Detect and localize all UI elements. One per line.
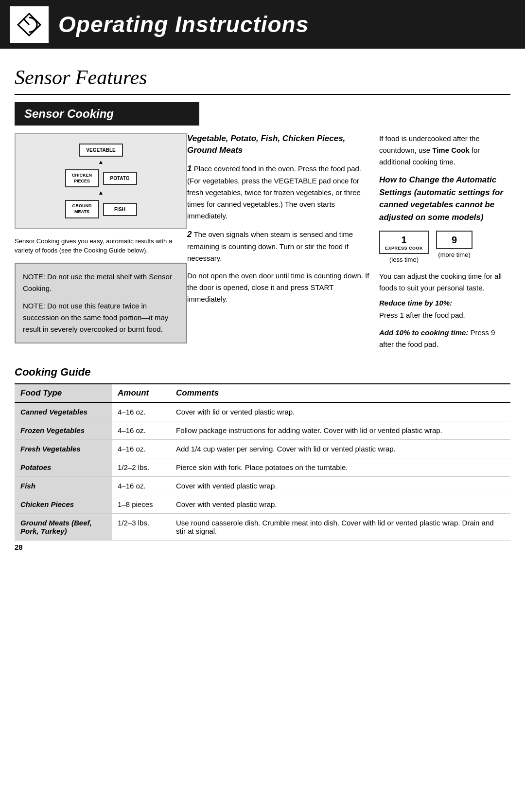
table-header-row: Food Type Amount Comments xyxy=(15,384,510,402)
col-header-comments: Comments xyxy=(170,384,510,402)
section-title: Sensor Features xyxy=(15,66,510,89)
three-column-layout: VEGETABLE ▲ CHICKENPIECES POTATO ▲ GROUN… xyxy=(15,133,510,356)
col-header-amount: Amount xyxy=(112,384,170,402)
btn1-caption: (less time) xyxy=(379,256,429,263)
btn2: 9 xyxy=(436,231,472,249)
table-row: Frozen Vegetables 4–16 oz. Follow packag… xyxy=(15,421,510,440)
btn2-num: 9 xyxy=(452,234,457,246)
food-table: Food Type Amount Comments Canned Vegetab… xyxy=(15,383,510,541)
comments-cell: Cover with vented plastic wrap. xyxy=(170,495,510,514)
add-text: Add 10% to cooking time: Press 9 after t… xyxy=(379,327,510,350)
change-heading: How to Change the Automatic Settings (au… xyxy=(379,174,510,223)
step1: 1 Place covered food in the oven. Press … xyxy=(187,162,369,222)
food-cell: Fish xyxy=(15,477,112,495)
table-row: Ground Meats (Beef, Pork, Turkey) 1/2–3 … xyxy=(15,514,510,541)
potato-key: POTATO xyxy=(103,172,137,185)
btn2-caption: (more time) xyxy=(436,251,472,258)
keypad-diagram: VEGETABLE ▲ CHICKENPIECES POTATO ▲ GROUN… xyxy=(15,133,187,229)
food-cell: Fresh Vegetables xyxy=(15,440,112,458)
header-title: Operating Instructions xyxy=(58,11,309,37)
keypad-row-1: VEGETABLE xyxy=(79,144,123,157)
table-row: Fish 4–16 oz. Cover with vented plastic … xyxy=(15,477,510,495)
btn1-wrap: 1 EXPRESS COOK (less time) xyxy=(379,231,429,263)
ground-key: GROUNDMEATS xyxy=(65,200,99,218)
keypad-row-3: GROUNDMEATS FISH xyxy=(65,200,137,218)
comments-cell: Add 1/4 cup water per serving. Cover wit… xyxy=(170,440,510,458)
btn2-wrap: 9 (more time) xyxy=(436,231,472,258)
comments-cell: Pierce skin with fork. Place potatoes on… xyxy=(170,458,510,477)
amount-cell: 4–16 oz. xyxy=(112,421,170,440)
btn1-label: EXPRESS COOK xyxy=(385,246,423,251)
amount-cell: 1/2–3 lbs. xyxy=(112,514,170,541)
table-row: Chicken Pieces 1–8 pieces Cover with ven… xyxy=(15,495,510,514)
amount-cell: 4–16 oz. xyxy=(112,402,170,421)
step2-text: The oven signals when steam is sensed an… xyxy=(187,230,353,262)
para1: Do not open the oven door until time is … xyxy=(187,270,369,305)
btn1: 1 EXPRESS COOK xyxy=(379,231,429,254)
btn1-num: 1 xyxy=(401,234,406,246)
step1-text: Place covered food in the oven. Press th… xyxy=(187,164,361,220)
reduce-text: Press 1 after the food pad. xyxy=(379,309,510,321)
arrow-1: ▲ xyxy=(98,159,104,165)
table-row: Potatoes 1/2–2 lbs. Pierce skin with for… xyxy=(15,458,510,477)
amount-cell: 4–16 oz. xyxy=(112,477,170,495)
comments-cell: Cover with lid or vented plastic wrap. xyxy=(170,402,510,421)
logo-icon xyxy=(14,9,45,40)
step2: 2 The oven signals when steam is sensed … xyxy=(187,228,369,264)
keypad-row-2: CHICKENPIECES POTATO xyxy=(65,169,137,187)
table-row: Fresh Vegetables 4–16 oz. Add 1/4 cup wa… xyxy=(15,440,510,458)
right-column: If food is undercooked after the countdo… xyxy=(379,133,510,356)
chicken-key: CHICKENPIECES xyxy=(65,169,99,187)
comments-cell: Cover with vented plastic wrap. xyxy=(170,477,510,495)
section-divider xyxy=(15,94,510,95)
fish-key: FISH xyxy=(103,203,137,216)
page-number: 28 xyxy=(15,543,510,551)
arrow-2: ▲ xyxy=(98,189,104,196)
sensor-cooking-bar: Sensor Cooking xyxy=(15,102,199,126)
logo xyxy=(10,6,49,43)
step1-num: 1 xyxy=(187,164,192,173)
food-cell: Ground Meats (Beef, Pork, Turkey) xyxy=(15,514,112,541)
middle-column: Vegetable, Potato, Fish, Chicken Pieces,… xyxy=(187,133,379,356)
button-demo: 1 EXPRESS COOK (less time) 9 (more time) xyxy=(379,231,510,263)
note2: NOTE: Do not use this feature twice in s… xyxy=(23,300,179,335)
col-header-food: Food Type xyxy=(15,384,112,402)
cooking-guide-title: Cooking Guide xyxy=(15,366,510,379)
food-cell: Potatoes xyxy=(15,458,112,477)
adjust-text: You can adjust the cooking time for all … xyxy=(379,271,510,294)
keypad-caption: Sensor Cooking gives you easy, automatic… xyxy=(15,236,187,255)
amount-cell: 4–16 oz. xyxy=(112,440,170,458)
table-row: Canned Vegetables 4–16 oz. Cover with li… xyxy=(15,402,510,421)
step2-num: 2 xyxy=(187,230,192,239)
food-cell: Frozen Vegetables xyxy=(15,421,112,440)
veg-heading: Vegetable, Potato, Fish, Chicken Pieces,… xyxy=(187,133,369,156)
left-panel: VEGETABLE ▲ CHICKENPIECES POTATO ▲ GROUN… xyxy=(15,133,187,356)
amount-cell: 1–8 pieces xyxy=(112,495,170,514)
header: Operating Instructions xyxy=(0,0,525,49)
vegetable-key: VEGETABLE xyxy=(79,144,123,157)
note-box: NOTE: Do not use the metal shelf with Se… xyxy=(15,263,187,343)
comments-cell: Follow package instructions for adding w… xyxy=(170,421,510,440)
undercooked-para: If food is undercooked after the countdo… xyxy=(379,133,510,168)
amount-cell: 1/2–2 lbs. xyxy=(112,458,170,477)
food-cell: Canned Vegetables xyxy=(15,402,112,421)
comments-cell: Use round casserole dish. Crumble meat i… xyxy=(170,514,510,541)
note1: NOTE: Do not use the metal shelf with Se… xyxy=(23,271,179,294)
reduce-label: Reduce time by 10%: xyxy=(379,299,510,307)
food-cell: Chicken Pieces xyxy=(15,495,112,514)
